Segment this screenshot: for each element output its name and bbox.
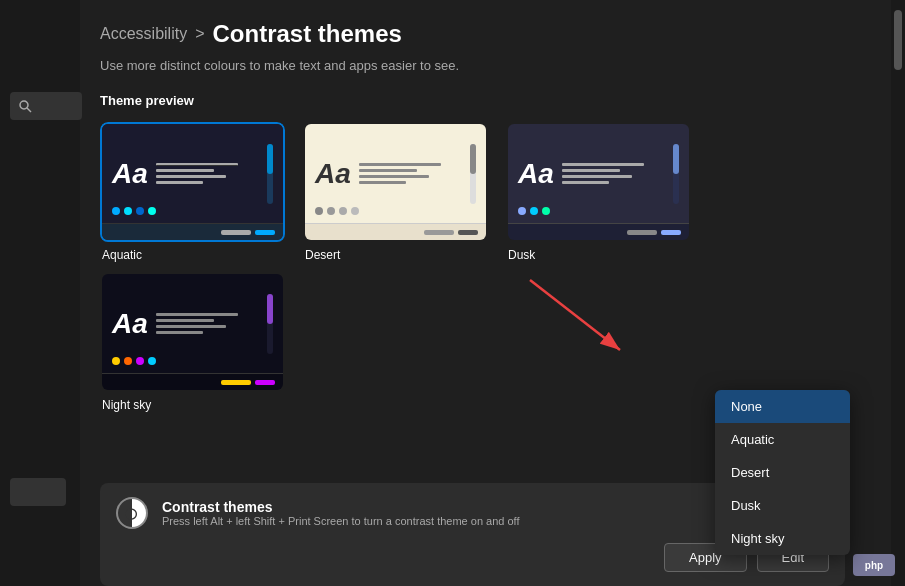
breadcrumb: Accessibility > Contrast themes: [100, 20, 865, 48]
desert-aa: Aa: [315, 158, 351, 190]
dusk-dots: [518, 207, 550, 215]
contrast-icon: ◐: [116, 497, 148, 529]
aquatic-aa: Aa: [112, 158, 148, 190]
section-title: Theme preview: [100, 93, 865, 108]
breadcrumb-current: Contrast themes: [212, 20, 401, 48]
desert-lines: [359, 163, 476, 184]
theme-dropdown[interactable]: None Aquatic Desert Dusk Night sky: [715, 390, 850, 555]
aquatic-bottom-bar: [102, 224, 283, 240]
night-scrollbar: [267, 294, 273, 354]
dusk-scrollbar: [673, 144, 679, 204]
dropdown-item-none[interactable]: None: [715, 390, 850, 423]
night-lines: [156, 313, 273, 334]
breadcrumb-parent[interactable]: Accessibility: [100, 25, 187, 43]
desert-dots: [315, 207, 359, 215]
desert-preview: Aa: [305, 124, 486, 224]
dropdown-item-dusk[interactable]: Dusk: [715, 489, 850, 522]
theme-grid: Aa: [100, 122, 865, 262]
night-aa: Aa: [112, 308, 148, 340]
dropdown-item-night[interactable]: Night sky: [715, 522, 850, 555]
desert-label: Desert: [303, 248, 488, 262]
contrast-subtitle: Press left Alt + left Shift + Print Scre…: [162, 515, 520, 527]
theme-card-night[interactable]: Aa: [100, 272, 285, 412]
php-logo: php: [853, 554, 895, 576]
desert-scrollbar: [470, 144, 476, 204]
aquatic-scrollbar: [267, 144, 273, 204]
theme-card-desert[interactable]: Aa: [303, 122, 488, 262]
sidebar-active-item: [10, 478, 66, 506]
aquatic-preview: Aa: [102, 124, 283, 224]
aquatic-lines: [156, 163, 273, 184]
contrast-text: Contrast themes Press left Alt + left Sh…: [162, 499, 520, 527]
theme-card-dusk[interactable]: Aa: [506, 122, 691, 262]
main-content: Accessibility > Contrast themes Use more…: [0, 0, 905, 452]
aquatic-dots: [112, 207, 156, 215]
dropdown-item-aquatic[interactable]: Aquatic: [715, 423, 850, 456]
aquatic-label: Aquatic: [100, 248, 285, 262]
dusk-aa: Aa: [518, 158, 554, 190]
night-preview: Aa: [102, 274, 283, 374]
breadcrumb-separator: >: [195, 25, 204, 43]
dusk-lines: [562, 163, 679, 184]
contrast-title: Contrast themes: [162, 499, 520, 515]
dropdown-item-desert[interactable]: Desert: [715, 456, 850, 489]
dusk-preview: Aa: [508, 124, 689, 224]
theme-card-aquatic[interactable]: Aa: [100, 122, 285, 262]
night-dots: [112, 357, 156, 365]
page-subtitle: Use more distinct colours to make text a…: [100, 58, 865, 73]
night-label: Night sky: [100, 398, 285, 412]
dusk-bottom-bar: [508, 224, 689, 240]
night-bottom-bar: [102, 374, 283, 390]
dusk-label: Dusk: [506, 248, 691, 262]
desert-bottom-bar: [305, 224, 486, 240]
